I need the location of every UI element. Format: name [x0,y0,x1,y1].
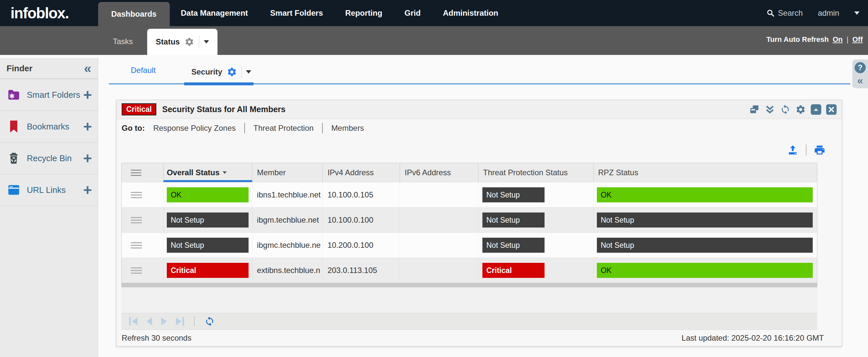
table-row[interactable]: Not Setup ibgmc.techblue.ne 10.200.0.100… [122,232,817,258]
goto-threat-protection[interactable]: Threat Protection [253,124,314,133]
widget-footer: Refresh 30 seconds Last updated: 2025-02… [117,330,842,346]
status-dropdown-caret-icon[interactable] [204,40,209,43]
close-widget-icon[interactable] [826,104,837,115]
row-drag-handle-icon[interactable] [131,266,142,275]
add-url-link-button[interactable]: + [83,183,92,197]
widget-title: Security Status for All Members [162,105,285,114]
column-menu-icon[interactable] [131,168,141,177]
security-tab-divider [241,66,242,78]
last-updated-timestamp: Last updated: 2025-02-20 16:16:20 GMT [682,333,824,343]
pager-divider [194,316,195,327]
screen: infoblox. Dashboards Data Management Sma… [0,0,868,357]
tab-status[interactable]: Status [147,29,217,55]
header-drag-column [122,163,163,182]
nav-dashboards[interactable]: Dashboards [98,2,170,26]
main-area: Default Security Critical Security Statu… [98,55,868,357]
threat-protection-badge: Not Setup [483,187,545,202]
table-row[interactable]: Not Setup ibgm.techblue.net 10.100.0.100… [122,207,817,232]
auto-refresh-control: Turn Auto Refresh On | Off [766,35,863,44]
pagination-bar [121,313,817,330]
security-settings-gear-icon[interactable] [227,67,237,77]
sidebar-item-label: Recycle Bin [27,153,83,163]
overall-status-badge: Not Setup [167,213,249,228]
refresh-widget-icon[interactable] [780,104,790,115]
copy-widget-icon[interactable] [749,104,760,115]
widget-header: Critical Security Status for All Members [117,100,842,119]
nav-grid[interactable]: Grid [394,0,432,26]
finder-sidebar: Finder « Smart Folders + Bookmarks + Rec… [0,58,98,357]
goto-separator [322,123,323,133]
table-row[interactable]: OK ibns1.techblue.net 10.100.0.105 Not S… [122,182,817,207]
secondary-navbar: Tasks Status Turn Auto Refresh On | Off [0,26,868,55]
header-ipv4-address[interactable]: IPv4 Address [323,163,400,182]
collapse-widget-icon[interactable] [811,104,821,115]
infoblox-logo: infoblox. [0,0,98,26]
sidebar-item-label: Smart Folders [27,90,83,100]
nav-administration[interactable]: Administration [432,0,509,26]
goto-members[interactable]: Members [331,124,364,133]
row-drag-handle-icon[interactable] [131,240,142,250]
auto-refresh-off-link[interactable]: Off [852,35,863,44]
table-row[interactable]: Critical extibns.techblue.n 203.0.113.10… [122,258,817,283]
nav-reporting[interactable]: Reporting [334,0,393,26]
nav-smart-folders[interactable]: Smart Folders [259,0,334,26]
help-icon[interactable]: ? [855,62,866,73]
sidebar-collapse-icon[interactable]: « [84,62,91,75]
sidebar-item-label: URL Links [27,185,83,195]
auto-refresh-on-link[interactable]: On [833,35,843,44]
header-ipv6-address[interactable]: IPv6 Address [400,163,478,182]
collapse-rail-icon[interactable]: « [857,75,863,86]
status-settings-gear-icon[interactable] [184,37,194,47]
dashboard-view-tabs: Default Security [109,55,850,84]
security-tab-label: Security [191,67,222,76]
primary-nav: Dashboards Data Management Smart Folders… [98,0,509,26]
status-tab-label: Status [156,37,180,46]
expand-all-chevrons-icon[interactable] [765,104,775,115]
goto-bar: Go to: Response Policy Zones Threat Prot… [117,119,842,137]
horizontal-scrollbar[interactable] [121,283,817,287]
rpz-status-badge: OK [597,187,813,202]
goto-response-policy-zones[interactable]: Response Policy Zones [153,124,236,133]
add-recycle-bin-button[interactable]: + [83,151,92,166]
user-menu-caret-icon[interactable] [854,11,860,15]
header-overall-status[interactable]: Overall Status [163,163,252,182]
overall-status-badge: Critical [167,263,249,278]
tab-security[interactable]: Security [191,66,251,78]
security-dropdown-caret-icon[interactable] [246,70,251,73]
sidebar-item-recycle-bin[interactable]: Recycle Bin + [0,142,98,174]
nav-data-management[interactable]: Data Management [170,0,259,26]
header-threat-protection-status[interactable]: Threat Protection Status [478,163,594,182]
last-page-button[interactable] [176,317,184,326]
member-cell: ibgm.techblue.net [252,207,323,232]
severity-badge: Critical [122,103,156,116]
sidebar-item-bookmarks[interactable]: Bookmarks + [0,111,98,142]
ipv4-address-cell: 10.200.0.100 [323,233,400,258]
first-page-button[interactable] [129,317,137,326]
ipv6-address-cell [400,207,478,232]
bookmarks-icon [6,119,21,134]
header-label: Overall Status [167,168,219,177]
row-drag-handle-icon[interactable] [131,216,142,225]
widget-settings-gear-icon[interactable] [796,104,806,115]
print-icon[interactable] [814,144,826,156]
actions-divider [806,144,807,156]
sidebar-item-url-links[interactable]: URL Links + [0,174,98,206]
reload-table-icon[interactable] [205,316,215,327]
user-name[interactable]: admin [818,8,839,18]
rpz-status-badge: OK [597,263,813,278]
header-rpz-status[interactable]: RPZ Status [594,163,817,182]
export-icon[interactable] [787,144,799,156]
header-member[interactable]: Member [252,163,323,182]
previous-page-button[interactable] [147,318,152,325]
threat-protection-badge: Not Setup [483,238,545,253]
tab-tasks[interactable]: Tasks [113,37,133,46]
refresh-interval-note: Refresh 30 seconds [122,333,191,343]
add-bookmark-button[interactable]: + [83,119,92,134]
next-page-button[interactable] [161,318,167,325]
sidebar-item-smart-folders[interactable]: Smart Folders + [0,79,98,111]
table-body: OK ibns1.techblue.net 10.100.0.105 Not S… [122,182,817,283]
tab-default[interactable]: Default [131,66,156,75]
row-drag-handle-icon[interactable] [131,190,142,200]
search-button[interactable]: Search [766,8,803,18]
add-smart-folder-button[interactable]: + [83,87,92,102]
